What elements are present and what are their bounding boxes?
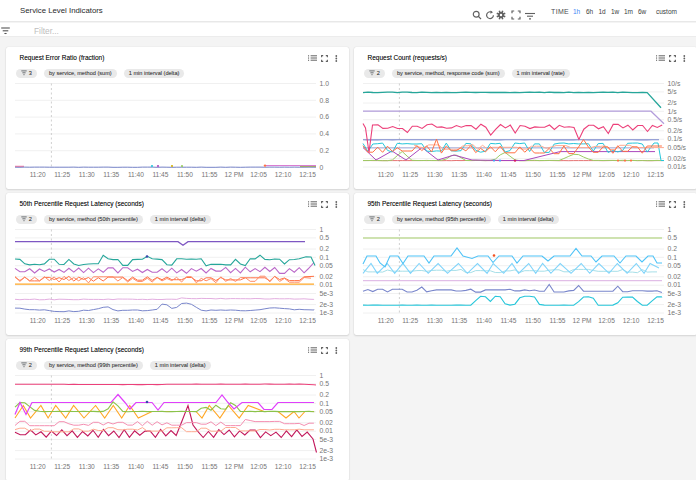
svg-text:11:35: 11:35 <box>451 317 467 324</box>
svg-text:0.2: 0.2 <box>320 147 330 154</box>
svg-text:11:30: 11:30 <box>79 463 95 470</box>
svg-text:11:25: 11:25 <box>402 171 418 178</box>
svg-text:0.5/s: 0.5/s <box>668 116 683 123</box>
svg-text:11:50: 11:50 <box>525 171 541 178</box>
svg-text:11:40: 11:40 <box>128 317 144 324</box>
svg-text:12:10: 12:10 <box>275 463 292 470</box>
svg-text:11:35: 11:35 <box>103 463 119 470</box>
svg-text:0.1: 0.1 <box>320 400 330 407</box>
svg-text:11:45: 11:45 <box>152 317 168 324</box>
svg-text:11:55: 11:55 <box>201 171 217 178</box>
svg-text:11:45: 11:45 <box>500 171 516 178</box>
svg-text:11:30: 11:30 <box>79 171 95 178</box>
svg-text:2/s: 2/s <box>668 99 678 106</box>
svg-text:2e-3: 2e-3 <box>320 447 334 454</box>
svg-text:11:40: 11:40 <box>128 463 144 470</box>
svg-text:1e-3: 1e-3 <box>320 455 334 462</box>
svg-text:12:10: 12:10 <box>623 317 640 324</box>
svg-text:0.02: 0.02 <box>320 273 333 280</box>
svg-text:11:30: 11:30 <box>427 317 443 324</box>
svg-text:11:55: 11:55 <box>549 171 565 178</box>
svg-text:1: 1 <box>320 226 324 233</box>
svg-text:5e-3: 5e-3 <box>668 290 682 297</box>
svg-text:11:25: 11:25 <box>54 171 70 178</box>
svg-text:11:50: 11:50 <box>177 171 193 178</box>
svg-text:1/s: 1/s <box>668 108 678 115</box>
svg-text:0.5: 0.5 <box>320 234 330 241</box>
svg-text:11:20: 11:20 <box>30 463 46 470</box>
svg-text:12:15: 12:15 <box>647 171 664 178</box>
svg-text:11:40: 11:40 <box>476 171 492 178</box>
svg-text:11:55: 11:55 <box>201 463 217 470</box>
svg-text:12:05: 12:05 <box>250 463 267 470</box>
svg-text:2e-3: 2e-3 <box>668 301 682 308</box>
svg-text:1.0: 1.0 <box>320 80 330 87</box>
svg-text:0.1: 0.1 <box>668 254 678 261</box>
svg-text:0.02: 0.02 <box>668 273 681 280</box>
svg-text:5/s: 5/s <box>668 88 678 95</box>
svg-text:11:35: 11:35 <box>103 317 119 324</box>
svg-text:11:40: 11:40 <box>128 171 144 178</box>
svg-text:0.05/s: 0.05/s <box>668 144 687 151</box>
svg-text:0.05: 0.05 <box>320 262 333 269</box>
svg-text:11:45: 11:45 <box>152 171 168 178</box>
svg-text:12:05: 12:05 <box>598 317 615 324</box>
svg-text:12:10: 12:10 <box>275 171 292 178</box>
svg-text:12:10: 12:10 <box>275 317 292 324</box>
svg-text:11:30: 11:30 <box>427 171 443 178</box>
svg-text:11:20: 11:20 <box>30 317 46 324</box>
svg-text:11:25: 11:25 <box>54 317 70 324</box>
svg-text:1: 1 <box>320 372 324 379</box>
svg-text:11:35: 11:35 <box>103 171 119 178</box>
svg-text:0.1: 0.1 <box>320 254 330 261</box>
svg-text:12 PM: 12 PM <box>224 171 243 178</box>
svg-text:12:10: 12:10 <box>623 171 640 178</box>
svg-text:0.2: 0.2 <box>668 245 678 252</box>
svg-text:12:05: 12:05 <box>250 317 267 324</box>
svg-text:11:20: 11:20 <box>30 171 46 178</box>
svg-text:12:15: 12:15 <box>299 463 316 470</box>
svg-text:12 PM: 12 PM <box>572 317 591 324</box>
svg-text:0.2: 0.2 <box>320 391 330 398</box>
svg-text:12:15: 12:15 <box>647 317 664 324</box>
svg-text:11:30: 11:30 <box>79 317 95 324</box>
svg-text:0.01/s: 0.01/s <box>668 163 687 170</box>
svg-text:0.02: 0.02 <box>320 419 333 426</box>
svg-text:12 PM: 12 PM <box>572 171 591 178</box>
svg-text:11:20: 11:20 <box>378 171 394 178</box>
svg-text:0.05: 0.05 <box>668 262 681 269</box>
svg-text:11:45: 11:45 <box>500 317 516 324</box>
svg-text:0.1/s: 0.1/s <box>668 135 683 142</box>
svg-text:0.05: 0.05 <box>320 408 333 415</box>
svg-text:12 PM: 12 PM <box>224 463 243 470</box>
svg-text:0.5: 0.5 <box>668 234 678 241</box>
svg-text:0: 0 <box>320 164 324 171</box>
svg-text:0.6: 0.6 <box>320 113 330 120</box>
svg-text:1: 1 <box>668 226 672 233</box>
svg-text:12:15: 12:15 <box>299 317 316 324</box>
svg-text:11:25: 11:25 <box>402 317 418 324</box>
svg-text:11:55: 11:55 <box>201 317 217 324</box>
svg-text:11:50: 11:50 <box>177 317 193 324</box>
svg-text:12:05: 12:05 <box>250 171 267 178</box>
svg-text:11:40: 11:40 <box>476 317 492 324</box>
svg-text:0.4: 0.4 <box>320 130 330 137</box>
svg-text:0.02/s: 0.02/s <box>668 155 687 162</box>
svg-text:11:50: 11:50 <box>525 317 541 324</box>
svg-text:11:25: 11:25 <box>54 463 70 470</box>
svg-text:0.01: 0.01 <box>668 281 681 288</box>
svg-text:11:55: 11:55 <box>549 317 565 324</box>
svg-text:12:05: 12:05 <box>598 171 615 178</box>
svg-text:11:35: 11:35 <box>451 171 467 178</box>
svg-text:10/s: 10/s <box>668 80 681 87</box>
svg-text:11:45: 11:45 <box>152 463 168 470</box>
svg-text:0.01: 0.01 <box>320 281 333 288</box>
svg-text:1e-3: 1e-3 <box>320 309 334 316</box>
svg-text:1e-3: 1e-3 <box>668 309 682 316</box>
svg-text:12 PM: 12 PM <box>224 317 243 324</box>
svg-text:0.01: 0.01 <box>320 427 333 434</box>
svg-text:5e-3: 5e-3 <box>320 436 334 443</box>
svg-text:0.5: 0.5 <box>320 380 330 387</box>
svg-text:0.2: 0.2 <box>320 245 330 252</box>
svg-text:11:20: 11:20 <box>378 317 394 324</box>
